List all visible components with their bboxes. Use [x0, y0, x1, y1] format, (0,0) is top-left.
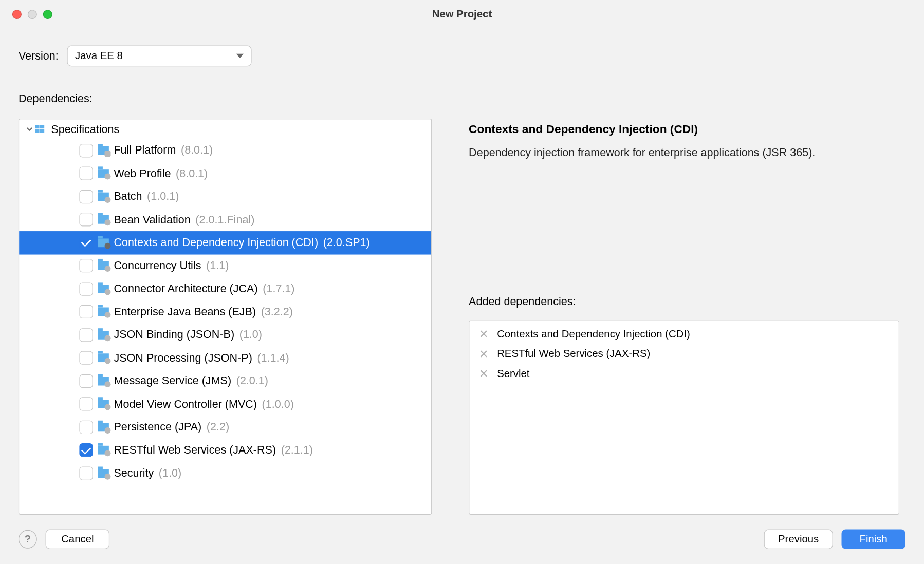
dependency-checkbox[interactable] — [79, 351, 93, 365]
dependency-name: Connector Architecture (JCA) — [114, 283, 257, 295]
added-dependency-name: Servlet — [497, 368, 529, 380]
folder-icon — [98, 331, 109, 340]
tree-item[interactable]: Persistence (JPA)(2.2) — [19, 416, 431, 439]
dialog-footer: ? Cancel Previous Finish — [0, 515, 924, 564]
dependency-name: Message Service (JMS) — [114, 374, 231, 387]
folder-icon — [98, 215, 109, 224]
new-project-dialog: New Project Version: Java EE 8 Dependenc… — [0, 0, 924, 564]
folder-icon — [98, 308, 109, 316]
dependency-name: Full Platform — [114, 144, 176, 157]
dependency-version: (2.1.1) — [281, 444, 313, 457]
dependency-checkbox[interactable] — [79, 305, 93, 318]
version-select[interactable]: Java EE 8 — [67, 46, 252, 67]
dependency-checkbox[interactable] — [79, 420, 93, 434]
tree-item[interactable]: Full Platform(8.0.1) — [19, 139, 431, 162]
dependency-version: (1.0.0) — [262, 398, 294, 410]
added-dependency-item: ✕Servlet — [479, 368, 889, 380]
version-label: Version: — [19, 49, 59, 62]
dependency-version: (2.0.SP1) — [323, 236, 370, 249]
tree-item[interactable]: JSON Binding (JSON-B)(1.0) — [19, 324, 431, 347]
dependency-version: (2.0.1.Final) — [195, 213, 254, 226]
tree-item[interactable]: JSON Processing (JSON-P)(1.1.4) — [19, 347, 431, 370]
dependencies-label: Dependencies: — [19, 92, 905, 105]
window-title: New Project — [0, 8, 924, 21]
tree-item[interactable]: Security(1.0) — [19, 462, 431, 485]
dependency-checkbox[interactable] — [79, 213, 93, 226]
folder-icon — [98, 469, 109, 478]
dependency-checkbox[interactable] — [79, 374, 93, 388]
dependencies-tree-scroll[interactable]: Specifications Full Platform(8.0.1)Web P… — [19, 119, 431, 514]
svg-rect-3 — [40, 129, 44, 133]
dependency-version: (2.0.1) — [236, 374, 268, 387]
added-dependencies-list: ✕Contexts and Dependency Injection (CDI)… — [469, 321, 899, 515]
folder-icon — [98, 146, 109, 155]
dependency-name: JSON Binding (JSON-B) — [114, 328, 234, 341]
dependency-name: Enterprise Java Beans (EJB) — [114, 306, 256, 318]
dependency-name: Concurrency Utils — [114, 259, 201, 272]
previous-button[interactable]: Previous — [764, 530, 833, 549]
dependency-name: RESTful Web Services (JAX-RS) — [114, 444, 276, 457]
titlebar: New Project — [0, 0, 924, 28]
dependency-checkbox[interactable] — [79, 328, 93, 342]
dependency-name: JSON Processing (JSON-P) — [114, 351, 252, 364]
tree-item[interactable]: Connector Architecture (JCA)(1.7.1) — [19, 277, 431, 300]
folder-icon — [98, 354, 109, 363]
chevron-down-icon — [26, 126, 32, 132]
dependency-version: (8.0.1) — [176, 167, 208, 180]
tree-item[interactable]: Batch(1.0.1) — [19, 185, 431, 208]
help-button[interactable]: ? — [19, 530, 37, 549]
folder-icon — [98, 169, 109, 178]
dependency-name: Persistence (JPA) — [114, 421, 201, 434]
dependency-name: Model View Controller (MVC) — [114, 398, 257, 410]
tree-item[interactable]: Message Service (JMS)(2.0.1) — [19, 369, 431, 392]
detail-description: Dependency injection framework for enter… — [469, 144, 899, 161]
tree-item[interactable]: Web Profile(8.0.1) — [19, 162, 431, 185]
dependency-version: (1.0) — [159, 467, 181, 480]
dependency-name: Security — [114, 467, 154, 480]
finish-button[interactable]: Finish — [841, 530, 905, 549]
remove-icon[interactable]: ✕ — [479, 349, 488, 360]
dependency-checkbox[interactable] — [79, 144, 93, 157]
dependency-version: (1.7.1) — [263, 283, 294, 295]
dependency-name: Batch — [114, 190, 142, 203]
dependency-checkbox[interactable] — [79, 398, 93, 411]
dependency-checkbox[interactable] — [79, 443, 93, 457]
tree-item[interactable]: Concurrency Utils(1.1) — [19, 254, 431, 277]
folder-icon — [98, 285, 109, 293]
dependency-checkbox[interactable] — [79, 259, 93, 272]
dependency-version: (8.0.1) — [181, 144, 213, 157]
svg-rect-2 — [35, 129, 39, 133]
version-value: Java EE 8 — [75, 50, 123, 62]
dependency-version: (1.0) — [239, 328, 262, 341]
added-dependency-item: ✕Contexts and Dependency Injection (CDI) — [479, 328, 889, 341]
folder-icon — [98, 192, 109, 201]
dependency-version: (1.1.4) — [257, 351, 289, 364]
dependency-version: (1.1) — [206, 259, 229, 272]
dependency-checkbox[interactable] — [79, 167, 93, 180]
tree-item[interactable]: Enterprise Java Beans (EJB)(3.2.2) — [19, 300, 431, 324]
tree-root-specifications[interactable]: Specifications — [19, 119, 431, 139]
folder-icon — [98, 377, 109, 385]
dependencies-tree: Specifications Full Platform(8.0.1)Web P… — [19, 119, 432, 515]
remove-icon[interactable]: ✕ — [479, 368, 488, 380]
dependency-checkbox[interactable] — [79, 282, 93, 295]
folder-icon — [98, 238, 109, 247]
folder-icon — [98, 261, 109, 270]
folder-icon — [98, 423, 109, 431]
dependency-checkbox[interactable] — [79, 466, 93, 480]
dependency-checkbox[interactable] — [79, 236, 93, 249]
tree-item[interactable]: Model View Controller (MVC)(1.0.0) — [19, 392, 431, 416]
added-dependencies-label: Added dependencies: — [469, 295, 899, 308]
dependency-checkbox[interactable] — [79, 190, 93, 203]
dependency-name: Bean Validation — [114, 213, 190, 226]
tree-root-label: Specifications — [51, 123, 119, 136]
added-dependency-item: ✕RESTful Web Services (JAX-RS) — [479, 348, 889, 361]
added-dependency-name: Contexts and Dependency Injection (CDI) — [497, 328, 690, 341]
remove-icon[interactable]: ✕ — [479, 329, 488, 340]
tree-item[interactable]: Bean Validation(2.0.1.Final) — [19, 208, 431, 231]
svg-rect-0 — [35, 125, 39, 128]
folder-icon — [36, 125, 48, 134]
tree-item[interactable]: RESTful Web Services (JAX-RS)(2.1.1) — [19, 439, 431, 462]
cancel-button[interactable]: Cancel — [46, 530, 109, 549]
tree-item[interactable]: Contexts and Dependency Injection (CDI)(… — [19, 231, 431, 254]
